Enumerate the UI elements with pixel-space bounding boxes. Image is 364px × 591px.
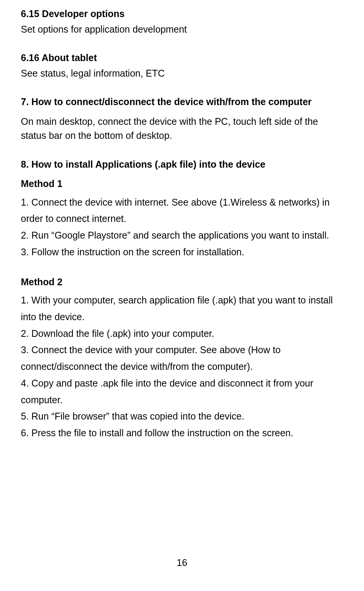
- page-number: 16: [0, 557, 364, 568]
- method-1-steps: 1. Connect the device with internet. See…: [21, 194, 343, 261]
- text-6-16: See status, legal information, ETC: [21, 66, 343, 81]
- method-1-step-1: 1. Connect the device with internet. See…: [21, 194, 343, 228]
- method-2-steps: 1. With your computer, search applicatio…: [21, 292, 343, 442]
- text-7: On main desktop, connect the device with…: [21, 115, 343, 143]
- heading-6-16: 6.16 About tablet: [21, 51, 343, 65]
- heading-7: 7. How to connect/disconnect the device …: [21, 95, 343, 109]
- method-2-step-2: 2. Download the file (.apk) into your co…: [21, 325, 343, 342]
- heading-8: 8. How to install Applications (.apk fil…: [21, 157, 343, 172]
- heading-6-15: 6.15 Developer options: [21, 7, 343, 21]
- method-1-step-3: 3. Follow the instruction on the screen …: [21, 244, 343, 261]
- heading-method-2: Method 2: [21, 275, 343, 289]
- method-1-step-2: 2. Run “Google Playstore” and search the…: [21, 227, 343, 244]
- method-2-step-6: 6. Press the file to install and follow …: [21, 425, 343, 442]
- text-6-15: Set options for application development: [21, 22, 343, 37]
- method-2-step-4: 4. Copy and paste .apk file into the dev…: [21, 375, 343, 409]
- method-2-step-1: 1. With your computer, search applicatio…: [21, 292, 343, 325]
- heading-method-1: Method 1: [21, 177, 343, 191]
- method-2-step-5: 5. Run “File browser” that was copied in…: [21, 408, 343, 425]
- method-2-step-3: 3. Connect the device with your computer…: [21, 342, 343, 375]
